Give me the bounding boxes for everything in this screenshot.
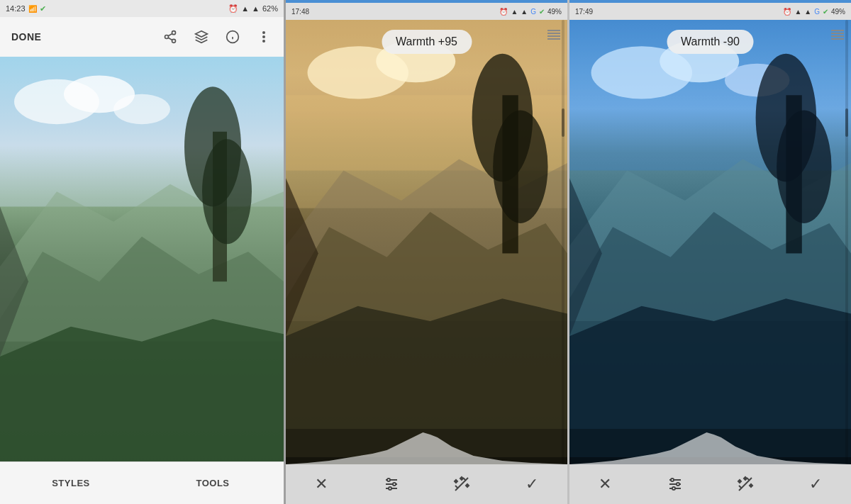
svg-point-59 <box>671 478 674 481</box>
right-battery: 49% <box>831 8 845 16</box>
left-sim-icon: 📶 <box>28 5 37 13</box>
svg-point-38 <box>387 478 390 481</box>
center-panel: 17:48 ⏰ ▲ ▲ G ✔ 49% <box>284 0 567 504</box>
right-google-icon: G <box>814 8 820 16</box>
svg-marker-16 <box>0 184 284 342</box>
svg-marker-17 <box>0 237 284 461</box>
center-compare-icon[interactable] <box>547 30 560 40</box>
svg-point-20 <box>184 86 241 206</box>
right-alarm-icon: ⏰ <box>783 8 791 16</box>
right-status-bar: 17:49 ⏰ ▲ ▲ G ✔ 49% <box>569 3 851 20</box>
svg-point-1 <box>165 35 169 39</box>
right-scroll <box>845 20 848 464</box>
center-close-button[interactable]: ✕ <box>310 473 333 495</box>
info-button[interactable] <box>224 28 241 45</box>
svg-point-13 <box>14 79 99 124</box>
svg-point-60 <box>677 483 679 486</box>
svg-marker-18 <box>0 319 284 461</box>
svg-point-21 <box>202 139 252 244</box>
left-photo <box>0 57 284 461</box>
right-histogram <box>569 429 851 464</box>
svg-marker-22 <box>0 206 28 356</box>
more-button[interactable] <box>255 28 272 45</box>
svg-line-43 <box>455 486 458 488</box>
center-signal-icon: ▲ <box>511 8 518 16</box>
right-compare-icon[interactable] <box>831 30 844 40</box>
center-status-bar: 17:48 ⏰ ▲ ▲ G ✔ 49% <box>286 3 567 20</box>
svg-point-39 <box>393 483 396 486</box>
svg-rect-19 <box>213 132 227 281</box>
right-magic-button[interactable] <box>734 473 757 495</box>
left-alarm-icon: ⏰ <box>228 4 238 13</box>
right-check-button[interactable]: ✓ <box>804 473 827 495</box>
center-time: 17:48 <box>291 8 309 16</box>
svg-rect-12 <box>0 57 284 206</box>
left-panel: 14:23 📶 ✔ ⏰ ▲ ▲ 62% DONE <box>0 0 284 504</box>
center-alarm-icon: ⏰ <box>499 8 508 16</box>
layers-button[interactable] <box>193 28 210 45</box>
tab-styles[interactable]: STYLES <box>0 478 142 488</box>
svg-line-4 <box>168 33 172 35</box>
right-check-icon: ✔ <box>823 8 828 16</box>
svg-point-32 <box>493 111 547 223</box>
svg-point-9 <box>262 31 265 34</box>
left-bottom-tabs: STYLES TOOLS <box>0 461 284 504</box>
svg-point-10 <box>262 35 265 38</box>
right-warmth-badge: Warmth -90 <box>667 30 754 54</box>
svg-point-61 <box>672 487 675 490</box>
right-signal-icon: ▲ <box>794 8 801 16</box>
center-check-icon: ✔ <box>539 8 545 16</box>
svg-point-11 <box>262 40 265 43</box>
center-google-icon: G <box>530 8 536 16</box>
center-magic-button[interactable] <box>450 473 473 495</box>
center-photo-area: Warmth +95 <box>286 20 567 464</box>
right-panel: 17:49 ⏰ ▲ ▲ G ✔ 49% <box>567 0 851 504</box>
left-check-icon: ✔ <box>40 4 46 13</box>
right-bottom-bar: ✕ ✓ <box>569 464 851 504</box>
done-button[interactable]: DONE <box>11 31 41 43</box>
svg-point-0 <box>172 31 176 35</box>
right-wifi-icon: ▲ <box>804 8 811 16</box>
center-histogram <box>286 429 567 464</box>
left-toolbar: DONE <box>0 17 284 57</box>
center-wifi-icon: ▲ <box>521 8 528 16</box>
tab-tools[interactable]: TOOLS <box>142 478 284 488</box>
svg-point-14 <box>64 75 135 113</box>
svg-point-15 <box>113 94 170 124</box>
center-scroll <box>562 20 564 464</box>
right-close-button[interactable]: ✕ <box>594 473 616 495</box>
right-photo-area: Warmth -90 <box>569 20 851 464</box>
left-wifi-icon: ▲ <box>252 4 260 13</box>
left-signal-icon: ▲ <box>241 4 249 13</box>
svg-point-40 <box>389 487 391 490</box>
svg-point-53 <box>777 111 831 223</box>
svg-line-64 <box>739 486 742 488</box>
left-battery: 62% <box>262 4 278 13</box>
share-button[interactable] <box>162 28 179 45</box>
right-time: 17:49 <box>575 8 593 16</box>
center-warmth-badge: Warmth +95 <box>382 30 472 54</box>
center-adjust-button[interactable] <box>380 473 403 495</box>
left-status-bar: 14:23 📶 ✔ ⏰ ▲ ▲ 62% <box>0 0 284 17</box>
left-time: 14:23 <box>6 4 26 13</box>
svg-point-2 <box>172 39 176 43</box>
center-check-button[interactable]: ✓ <box>521 473 543 495</box>
center-battery: 49% <box>547 8 562 16</box>
svg-marker-5 <box>196 31 208 37</box>
svg-line-3 <box>168 38 172 40</box>
center-bottom-bar: ✕ ✓ <box>286 464 567 504</box>
right-adjust-button[interactable] <box>664 473 686 495</box>
